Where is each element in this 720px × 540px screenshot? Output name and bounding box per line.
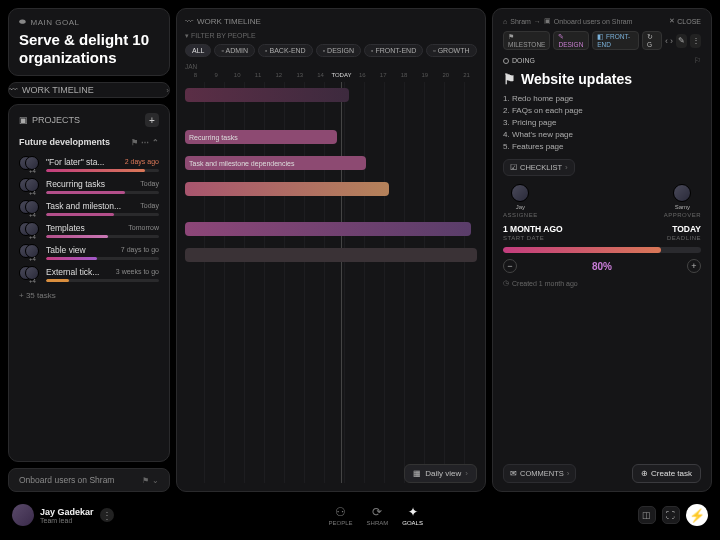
folder-future-developments[interactable]: Future developments ⚑⋯⌃ xyxy=(19,133,159,151)
task-item[interactable]: +4 Table view7 days to go xyxy=(19,241,159,263)
tag-frontend[interactable]: ◧ FRONT-END xyxy=(592,31,639,50)
avatar xyxy=(673,184,691,202)
status-chip[interactable]: DOING xyxy=(503,57,535,64)
sidebar: ⬬MAIN GOAL Serve & delight 10 organizati… xyxy=(8,8,170,492)
more-button[interactable]: ⋮ xyxy=(690,34,701,48)
daily-view-toggle[interactable]: ▦ Daily view › xyxy=(404,464,477,483)
comments-button[interactable]: ✉COMMENTS› xyxy=(503,464,576,483)
progress-decrease-button[interactable]: − xyxy=(503,259,517,273)
flag-outline-icon[interactable]: ⚐ xyxy=(694,56,701,65)
user-block[interactable]: Jay Gadekar Team lead ⋮ xyxy=(12,504,114,526)
date-tick: 21 xyxy=(456,72,477,78)
timeline-bar[interactable] xyxy=(185,248,477,262)
approver[interactable]: Samy APPROVER xyxy=(664,184,701,218)
nav-shram[interactable]: ⟳SHRAM xyxy=(367,505,389,526)
avatar-stack: +4 xyxy=(19,200,41,216)
folder-onboard-users[interactable]: Onboard users on Shram ⚑⌄ xyxy=(8,468,170,492)
task-name: Table view xyxy=(46,245,86,255)
fullscreen-button[interactable]: ⛶ xyxy=(662,506,680,524)
filter-pill-design[interactable]: ▫ DESIGN xyxy=(316,44,361,57)
date-tick: 13 xyxy=(289,72,310,78)
crumb-shram[interactable]: Shram xyxy=(510,18,531,25)
task-due: 3 weeks to go xyxy=(116,268,159,275)
filter-pill-front-end[interactable]: ▫ FRONT-END xyxy=(364,44,423,57)
tag-design[interactable]: ✎ DESIGN xyxy=(553,31,589,50)
date-tick: 18 xyxy=(394,72,415,78)
task-item[interactable]: +4 TemplatesTomorrow xyxy=(19,219,159,241)
timeline-header: 〰WORK TIMELINE xyxy=(185,17,477,26)
flag-icon: ⚑ xyxy=(142,476,149,485)
add-project-button[interactable]: + xyxy=(145,113,159,127)
user-role: Team lead xyxy=(40,517,94,524)
chevron-up-icon[interactable]: ⌃ xyxy=(152,138,159,147)
main-nav: ⚇PEOPLE⟳SHRAM✦GOALS xyxy=(329,505,423,526)
user-menu-button[interactable]: ⋮ xyxy=(100,508,114,522)
progress-bar[interactable] xyxy=(503,247,701,253)
home-icon[interactable]: ⌂ xyxy=(503,18,507,25)
user-name: Jay Gadekar xyxy=(40,507,94,517)
main-goal-title: Serve & delight 10 organizations xyxy=(19,31,159,67)
filter-pill-back-end[interactable]: ▫ BACK-END xyxy=(258,44,313,57)
folder-icon: ▣ xyxy=(544,17,551,25)
filter-pills: ALL▫ ADMIN▫ BACK-END▫ DESIGN▫ FRONT-END▫… xyxy=(185,44,477,57)
task-due: 7 days to go xyxy=(121,246,159,253)
edit-button[interactable]: ✎ xyxy=(676,34,687,48)
timeline-canvas[interactable]: Recurring tasksTask and milestone depend… xyxy=(185,82,477,483)
layout-button[interactable]: ◫ xyxy=(638,506,656,524)
clock-icon: ◷ xyxy=(503,279,509,287)
filter-pill-all[interactable]: ALL xyxy=(185,44,211,57)
more-tasks-link[interactable]: + 35 tasks xyxy=(19,287,159,300)
task-item[interactable]: +4 External tick...3 weeks to go xyxy=(19,263,159,285)
task-detail-panel: ⌂ Shram → ▣ Onboard users on Shram ✕ CLO… xyxy=(492,8,712,492)
task-item[interactable]: +4 Recurring tasksToday xyxy=(19,175,159,197)
timeline-bar[interactable]: Recurring tasks xyxy=(185,130,337,144)
task-item[interactable]: +4 Task and mileston...Today xyxy=(19,197,159,219)
date-tick: 10 xyxy=(227,72,248,78)
main-goal-label: ⬬MAIN GOAL xyxy=(19,17,159,27)
flag-icon: ⚑ xyxy=(131,138,138,147)
task-item[interactable]: +4 "For later" sta...2 days ago xyxy=(19,153,159,175)
nav-people[interactable]: ⚇PEOPLE xyxy=(329,505,353,526)
date-tick: TODAY xyxy=(331,72,352,78)
work-timeline-nav[interactable]: 〰WORK TIMELINE › xyxy=(8,82,170,98)
task-name: Recurring tasks xyxy=(46,179,105,189)
nav-goals[interactable]: ✦GOALS xyxy=(402,505,423,526)
prev-button[interactable]: ‹ xyxy=(665,36,668,46)
create-task-button[interactable]: ⊕Create task xyxy=(632,464,701,483)
assignee[interactable]: Jay ASSIGNEE xyxy=(503,184,538,218)
tag-milestone[interactable]: ⚑ MILESTONE xyxy=(503,31,550,50)
task-name: Templates xyxy=(46,223,85,233)
start-date[interactable]: 1 MONTH AGO START DATE xyxy=(503,224,563,241)
shram-icon: ⟳ xyxy=(372,505,382,519)
breadcrumb: ⌂ Shram → ▣ Onboard users on Shram ✕ CLO… xyxy=(503,17,701,25)
chevron-right-icon: › xyxy=(166,86,169,95)
checklist-button[interactable]: ☑CHECKLIST› xyxy=(503,159,575,176)
progress-increase-button[interactable]: + xyxy=(687,259,701,273)
filter-pill-growth[interactable]: ▫ GROWTH xyxy=(426,44,476,57)
avatar xyxy=(511,184,529,202)
folder-icon: ▣ xyxy=(19,115,28,125)
timeline-bar[interactable] xyxy=(185,88,349,102)
timeline-icon: 〰 xyxy=(9,85,18,95)
close-button[interactable]: ✕ CLOSE xyxy=(669,17,701,25)
avatar xyxy=(12,504,34,526)
timeline-bar[interactable] xyxy=(185,222,471,236)
timeline-bar[interactable] xyxy=(185,182,389,196)
avatar-stack: +4 xyxy=(19,178,41,194)
crumb-folder[interactable]: Onboard users on Shram xyxy=(554,18,633,25)
task-name: "For later" sta... xyxy=(46,157,104,167)
month-label: JAN xyxy=(185,63,477,70)
next-button[interactable]: › xyxy=(670,36,673,46)
timeline-panel: 〰WORK TIMELINE ▾ FILTER BY PEOPLE ALL▫ A… xyxy=(176,8,486,492)
task-due: Today xyxy=(140,202,159,209)
app-logo-icon[interactable]: ⚡ xyxy=(686,504,708,526)
chevron-right-icon: › xyxy=(465,469,468,478)
timeline-bar[interactable]: Task and milestone dependencies xyxy=(185,156,366,170)
flag-icon: ⚑ xyxy=(503,71,516,87)
deadline[interactable]: TODAY DEADLINE xyxy=(667,224,701,241)
status-dot-icon xyxy=(503,58,509,64)
tag-more[interactable]: ↻ G xyxy=(642,31,662,50)
filter-pill-admin[interactable]: ▫ ADMIN xyxy=(214,44,255,57)
more-icon[interactable]: ⋯ xyxy=(141,138,149,147)
today-line xyxy=(341,82,342,483)
